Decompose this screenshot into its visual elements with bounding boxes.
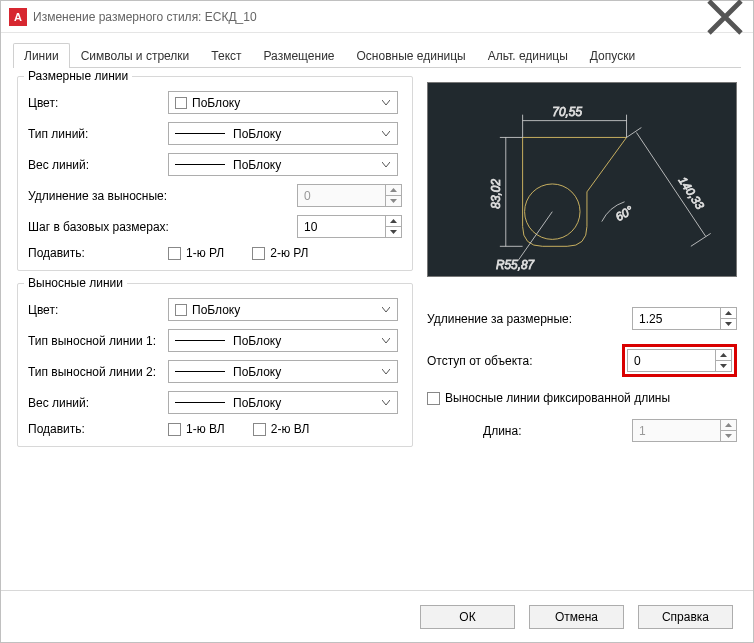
spinner-buttons[interactable]	[715, 350, 731, 371]
suppress-dl2-checkbox[interactable]: 2-ю РЛ	[252, 246, 308, 260]
help-button[interactable]: Справка	[638, 605, 733, 629]
extline-color-combo[interactable]: ПоБлоку	[168, 298, 398, 321]
suppress-el2-checkbox[interactable]: 2-ю ВЛ	[253, 422, 310, 436]
extension-lines-group: Выносные линии Цвет: ПоБлоку Тип выносно…	[17, 283, 413, 447]
close-button[interactable]	[705, 3, 745, 31]
dimline-lweight-value: ПоБлоку	[233, 158, 281, 172]
extend-label: Удлинение за выносные:	[28, 189, 228, 203]
dimline-color-combo[interactable]: ПоБлоку	[168, 91, 398, 114]
dimline-ltype-value: ПоБлоку	[233, 127, 281, 141]
offset-spinner[interactable]: 0	[627, 349, 732, 372]
tab-alt[interactable]: Альт. единицы	[477, 43, 579, 68]
offset-value: 0	[634, 354, 641, 368]
ext-lweight-label: Вес линий:	[28, 396, 168, 410]
ext-beyond-spinner[interactable]: 1.25	[632, 307, 737, 330]
chevron-down-icon	[379, 334, 393, 348]
fixed-label: Выносные линии фиксированной длины	[445, 391, 670, 405]
extline-lt2-combo[interactable]: ПоБлоку	[168, 360, 398, 383]
line-sample-icon	[175, 402, 225, 403]
tab-tol[interactable]: Допуски	[579, 43, 646, 68]
chevron-down-icon	[379, 396, 393, 410]
tab-strip: Линии Символы и стрелки Текст Размещение…	[13, 43, 741, 68]
window-title: Изменение размерного стиля: ЕСКД_10	[33, 10, 705, 24]
cancel-button[interactable]: Отмена	[529, 605, 624, 629]
svg-line-7	[636, 132, 705, 236]
tab-primary[interactable]: Основные единицы	[346, 43, 477, 68]
tab-fit[interactable]: Размещение	[253, 43, 346, 68]
extline-lweight-combo[interactable]: ПоБлоку	[168, 391, 398, 414]
offset-label: Отступ от объекта:	[427, 354, 622, 368]
extline-lt1-value: ПоБлоку	[233, 334, 281, 348]
ext-color-label: Цвет:	[28, 303, 168, 317]
length-spinner[interactable]: 1	[632, 419, 737, 442]
ext-lt2-label: Тип выносной линии 2:	[28, 365, 168, 379]
dim-radius: R55,87	[496, 258, 535, 272]
dim-angle: 60°	[613, 203, 636, 224]
chevron-down-icon	[379, 127, 393, 141]
length-label: Длина:	[483, 424, 632, 438]
extend-spinner[interactable]: 0	[297, 184, 402, 207]
ok-button[interactable]: ОК	[420, 605, 515, 629]
dimension-preview: 70,55 83,02 140,33 60° R55,87	[427, 82, 737, 277]
extline-color-value: ПоБлоку	[192, 303, 240, 317]
color-swatch-icon	[175, 97, 187, 109]
ext-sup2-text: 2-ю ВЛ	[271, 422, 310, 436]
dialog-footer: ОК Отмена Справка	[1, 590, 753, 642]
baseline-value: 10	[304, 220, 317, 234]
color-swatch-icon	[175, 304, 187, 316]
lweight-label: Вес линий:	[28, 158, 168, 172]
line-sample-icon	[175, 133, 225, 134]
extline-lt1-combo[interactable]: ПоБлоку	[168, 329, 398, 352]
suppress-label: Подавить:	[28, 246, 168, 260]
length-value: 1	[639, 424, 646, 438]
dimlines-legend: Размерные линии	[24, 69, 132, 83]
chevron-down-icon	[379, 158, 393, 172]
spinner-buttons[interactable]	[385, 216, 401, 237]
titlebar: A Изменение размерного стиля: ЕСКД_10	[1, 1, 753, 33]
suppress-el1-checkbox[interactable]: 1-ю ВЛ	[168, 422, 225, 436]
line-sample-icon	[175, 164, 225, 165]
extline-lweight-value: ПоБлоку	[233, 396, 281, 410]
app-icon: A	[9, 8, 27, 26]
tab-lines[interactable]: Линии	[13, 43, 70, 68]
dimline-ltype-combo[interactable]: ПоБлоку	[168, 122, 398, 145]
ext-beyond-value: 1.25	[639, 312, 662, 326]
extline-lt2-value: ПоБлоку	[233, 365, 281, 379]
color-label: Цвет:	[28, 96, 168, 110]
tab-text[interactable]: Текст	[200, 43, 252, 68]
extend-value: 0	[304, 189, 311, 203]
extlines-legend: Выносные линии	[24, 276, 127, 290]
sup1-text: 1-ю РЛ	[186, 246, 224, 260]
spinner-buttons[interactable]	[720, 308, 736, 329]
ext-beyond-label: Удлинение за размерные:	[427, 312, 632, 326]
ltype-label: Тип линий:	[28, 127, 168, 141]
spinner-buttons[interactable]	[385, 185, 401, 206]
dim-top: 70,55	[552, 105, 582, 119]
fixed-length-checkbox[interactable]: Выносные линии фиксированной длины	[427, 391, 670, 405]
svg-line-9	[691, 233, 711, 246]
ext-suppress-label: Подавить:	[28, 422, 168, 436]
sup2-text: 2-ю РЛ	[270, 246, 308, 260]
line-sample-icon	[175, 340, 225, 341]
chevron-down-icon	[379, 303, 393, 317]
line-sample-icon	[175, 371, 225, 372]
spinner-buttons[interactable]	[720, 420, 736, 441]
dimension-lines-group: Размерные линии Цвет: ПоБлоку Тип линий:	[17, 76, 413, 271]
ext-lt1-label: Тип выносной линии 1:	[28, 334, 168, 348]
baseline-label: Шаг в базовых размерах:	[28, 220, 228, 234]
dimline-lweight-combo[interactable]: ПоБлоку	[168, 153, 398, 176]
dimline-color-value: ПоБлоку	[192, 96, 240, 110]
suppress-dl1-checkbox[interactable]: 1-ю РЛ	[168, 246, 224, 260]
chevron-down-icon	[379, 365, 393, 379]
baseline-spinner[interactable]: 10	[297, 215, 402, 238]
tab-symbols[interactable]: Символы и стрелки	[70, 43, 201, 68]
ext-sup1-text: 1-ю ВЛ	[186, 422, 225, 436]
offset-highlight: 0	[622, 344, 737, 377]
chevron-down-icon	[379, 96, 393, 110]
dim-left: 83,02	[489, 179, 503, 209]
dim-diag: 140,33	[675, 174, 707, 212]
